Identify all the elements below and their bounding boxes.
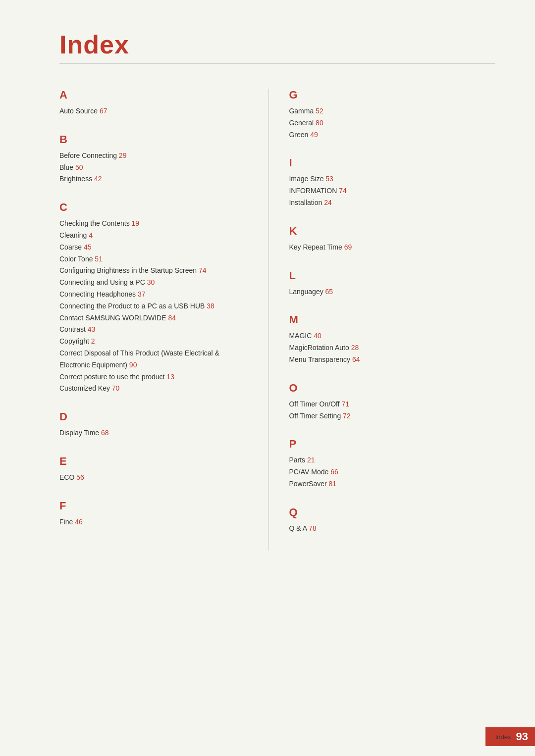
- index-entry: MagicRotation Auto 28: [289, 342, 495, 354]
- index-entry: Off Timer On/Off 71: [289, 399, 495, 410]
- page-number: 28: [351, 344, 359, 352]
- index-entry: Coarse 45: [59, 242, 249, 253]
- index-section: MMAGIC 40MagicRotation Auto 28Menu Trans…: [289, 313, 495, 365]
- index-section: LLanguagey 65: [289, 269, 495, 298]
- section-letter: E: [59, 455, 249, 468]
- index-section: CChecking the Contents 19Cleaning 4Coars…: [59, 201, 249, 395]
- column-right: GGamma 52General 80Green 49IImage Size 5…: [268, 89, 495, 551]
- section-letter: F: [59, 500, 249, 512]
- page-number: 84: [168, 314, 176, 322]
- index-section: EECO 56: [59, 455, 249, 484]
- page-number: 74: [339, 187, 347, 195]
- index-section: AAuto Source 67: [59, 89, 249, 117]
- index-entry: Color Tone 51: [59, 253, 249, 265]
- column-left: AAuto Source 67BBefore Connecting 29Blue…: [59, 89, 268, 551]
- index-section: DDisplay Time 68: [59, 410, 249, 439]
- index-entry: Auto Source 67: [59, 105, 249, 117]
- page-number: 45: [84, 243, 92, 251]
- title-divider: [59, 63, 495, 64]
- page-number: 49: [310, 131, 318, 139]
- page-number: 72: [343, 412, 351, 420]
- index-entry: MAGIC 40: [289, 330, 495, 342]
- page-title: Index: [59, 30, 495, 59]
- index-entry: Display Time 68: [59, 427, 249, 439]
- section-letter: O: [289, 382, 495, 395]
- columns: AAuto Source 67BBefore Connecting 29Blue…: [59, 89, 495, 551]
- index-section: KKey Repeat Time 69: [289, 225, 495, 253]
- footer-label: Index: [495, 733, 511, 741]
- index-entry: Green 49: [289, 129, 495, 141]
- index-entry: ECO 56: [59, 472, 249, 484]
- index-entry: Languagey 65: [289, 286, 495, 298]
- index-entry: Customized Key 70: [59, 383, 249, 395]
- page-number: 46: [75, 518, 83, 526]
- page-number: 66: [330, 468, 338, 476]
- index-entry: Configuring Brightness in the Startup Sc…: [59, 265, 249, 277]
- section-letter: C: [59, 201, 249, 214]
- page-number: 81: [329, 480, 337, 488]
- index-entry: Fine 46: [59, 516, 249, 528]
- page-number: 24: [324, 199, 332, 206]
- index-entry: Q & A 78: [289, 523, 495, 535]
- index-entry: Checking the Contents 19: [59, 218, 249, 230]
- index-entry: Brightness 42: [59, 173, 249, 185]
- section-letter: B: [59, 133, 249, 146]
- page-number: 80: [316, 119, 323, 127]
- page-number: 71: [341, 400, 349, 408]
- index-section: QQ & A 78: [289, 506, 495, 535]
- page-number: 90: [129, 361, 137, 369]
- page-container: Index AAuto Source 67BBefore Connecting …: [0, 0, 535, 756]
- section-letter: G: [289, 89, 495, 101]
- index-section: FFine 46: [59, 500, 249, 528]
- index-entry: Copyright 2: [59, 336, 249, 348]
- index-entry: Menu Transparency 64: [289, 354, 495, 366]
- page-number: 78: [309, 524, 317, 532]
- index-entry: Cleaning 4: [59, 230, 249, 242]
- index-entry: Key Repeat Time 69: [289, 242, 495, 253]
- index-entry: Correct Disposal of This Product (Waste …: [59, 348, 249, 371]
- page-number: 37: [138, 290, 146, 298]
- page-number: 74: [199, 266, 207, 274]
- section-letter: D: [59, 410, 249, 423]
- page-number: 68: [101, 429, 109, 437]
- page-number: 53: [325, 175, 333, 183]
- index-entry: Image Size 53: [289, 173, 495, 185]
- page-number: 29: [119, 151, 127, 159]
- index-section: IImage Size 53INFORMATION 74Installation…: [289, 156, 495, 208]
- section-letter: M: [289, 313, 495, 326]
- index-entry: PC/AV Mode 66: [289, 466, 495, 478]
- page-number: 30: [147, 278, 155, 286]
- page-number: 51: [95, 255, 103, 263]
- section-letter: Q: [289, 506, 495, 519]
- page-number: 67: [100, 107, 107, 115]
- index-entry: Contact SAMSUNG WORLDWIDE 84: [59, 312, 249, 324]
- page-number: 4: [89, 231, 93, 239]
- page-number: 52: [316, 107, 323, 115]
- page-number: 69: [344, 243, 352, 251]
- page-number: 2: [91, 337, 95, 345]
- page-number: 50: [75, 163, 83, 171]
- index-entry: Installation 24: [289, 197, 495, 209]
- section-letter: K: [289, 225, 495, 238]
- page-number: 21: [307, 456, 315, 464]
- page-number: 43: [88, 325, 96, 333]
- section-letter: A: [59, 89, 249, 101]
- section-letter: L: [289, 269, 495, 282]
- index-entry: Gamma 52: [289, 105, 495, 117]
- index-entry: Before Connecting 29: [59, 150, 249, 162]
- index-entry: Connecting Headphones 37: [59, 289, 249, 301]
- page-number: 42: [94, 175, 102, 183]
- page-number: 13: [166, 373, 174, 381]
- index-section: GGamma 52General 80Green 49: [289, 89, 495, 141]
- page-footer: Index 93: [485, 727, 535, 746]
- index-entry: PowerSaver 81: [289, 478, 495, 490]
- index-entry: INFORMATION 74: [289, 185, 495, 197]
- page-number: 38: [207, 302, 214, 310]
- page-number: 56: [76, 473, 84, 481]
- index-entry: Parts 21: [289, 454, 495, 466]
- footer-page: 93: [516, 730, 528, 743]
- page-number: 40: [314, 332, 321, 340]
- index-entry: Off Timer Setting 72: [289, 410, 495, 422]
- section-letter: P: [289, 438, 495, 451]
- page-number: 64: [352, 355, 360, 363]
